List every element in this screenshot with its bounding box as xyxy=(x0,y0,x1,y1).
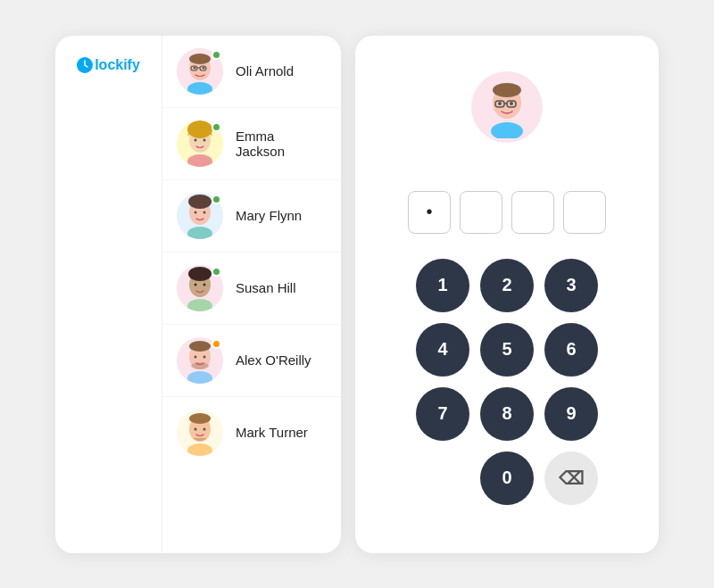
status-dot-susan xyxy=(212,267,221,277)
user-name-emma: Emma Jackson xyxy=(236,128,327,159)
avatar-susan xyxy=(177,265,223,311)
key-0[interactable]: 0 xyxy=(480,451,534,505)
app-logo: lockify xyxy=(77,57,140,73)
svg-point-47 xyxy=(498,102,502,105)
svg-point-13 xyxy=(195,138,197,141)
user-list: Oli ArnoldEmma JacksonMary FlynnSusan Hi… xyxy=(162,36,341,553)
user-item-mark[interactable]: Mark Turner xyxy=(162,397,341,468)
svg-point-30 xyxy=(189,341,211,352)
avatar-emma xyxy=(177,120,223,167)
avatar-mary xyxy=(177,193,223,239)
svg-point-26 xyxy=(203,283,206,286)
key-5[interactable]: 5 xyxy=(480,323,534,377)
pin-box-1: • xyxy=(408,191,451,234)
pin-box-2 xyxy=(460,191,502,234)
svg-point-8 xyxy=(203,66,205,69)
key-2[interactable]: 2 xyxy=(480,259,534,312)
svg-point-18 xyxy=(188,195,212,209)
svg-point-32 xyxy=(195,355,197,358)
status-dot-emma xyxy=(212,122,221,132)
key-7[interactable]: 7 xyxy=(416,387,469,441)
user-item-oli[interactable]: Oli Arnold xyxy=(162,36,341,108)
key-8[interactable]: 8 xyxy=(480,387,534,441)
svg-point-43 xyxy=(493,83,521,97)
logo-area: lockify xyxy=(77,57,140,75)
svg-point-7 xyxy=(194,66,196,69)
svg-point-25 xyxy=(195,283,197,286)
selected-avatar xyxy=(471,71,543,143)
user-name-mark: Mark Turner xyxy=(236,425,308,440)
user-name-alex: Alex O'Reilly xyxy=(236,352,311,368)
sidebar: lockify xyxy=(55,36,162,553)
user-name-oli: Oli Arnold xyxy=(236,63,294,79)
avatar-alex xyxy=(177,337,223,384)
svg-point-33 xyxy=(203,355,206,358)
svg-point-37 xyxy=(189,413,211,424)
selected-user-face xyxy=(476,76,538,138)
panel-body: lockify Oli ArnoldEmma JacksonMary Flynn… xyxy=(55,36,341,553)
svg-point-38 xyxy=(195,427,197,430)
svg-point-3 xyxy=(189,54,211,64)
status-dot-mary xyxy=(212,195,221,204)
key-spacer xyxy=(416,451,469,505)
key-backspace[interactable]: ⌫ xyxy=(544,451,598,505)
key-6[interactable]: 6 xyxy=(544,323,598,377)
app-container: lockify Oli ArnoldEmma JacksonMary Flynn… xyxy=(37,18,677,571)
svg-point-14 xyxy=(203,138,206,141)
svg-point-24 xyxy=(188,267,212,281)
svg-point-19 xyxy=(195,211,197,213)
key-3[interactable]: 3 xyxy=(544,259,598,312)
right-panel: • 1234567890⌫ xyxy=(355,36,659,553)
status-dot-alex xyxy=(212,339,221,349)
user-item-alex[interactable]: Alex O'Reilly xyxy=(162,325,341,397)
user-name-mary: Mary Flynn xyxy=(236,208,302,223)
avatar-oli xyxy=(177,48,223,95)
clockify-icon xyxy=(77,57,93,73)
user-item-mary[interactable]: Mary Flynn xyxy=(162,180,341,253)
svg-point-48 xyxy=(510,102,513,105)
svg-point-31 xyxy=(191,362,209,369)
key-9[interactable]: 9 xyxy=(544,387,598,441)
user-item-susan[interactable]: Susan Hill xyxy=(162,253,341,325)
key-4[interactable]: 4 xyxy=(416,323,469,377)
pin-box-4 xyxy=(563,191,606,234)
pin-boxes: • xyxy=(408,191,606,234)
keypad: 1234567890⌫ xyxy=(416,259,598,505)
svg-point-39 xyxy=(203,427,206,430)
avatar-mark xyxy=(177,410,223,456)
svg-point-20 xyxy=(203,211,206,213)
left-panel: lockify Oli ArnoldEmma JacksonMary Flynn… xyxy=(55,36,341,553)
pin-box-3 xyxy=(511,191,554,234)
user-item-emma[interactable]: Emma Jackson xyxy=(162,108,341,180)
key-1[interactable]: 1 xyxy=(416,259,469,312)
status-dot-oli xyxy=(212,50,221,60)
user-name-susan: Susan Hill xyxy=(236,280,296,295)
